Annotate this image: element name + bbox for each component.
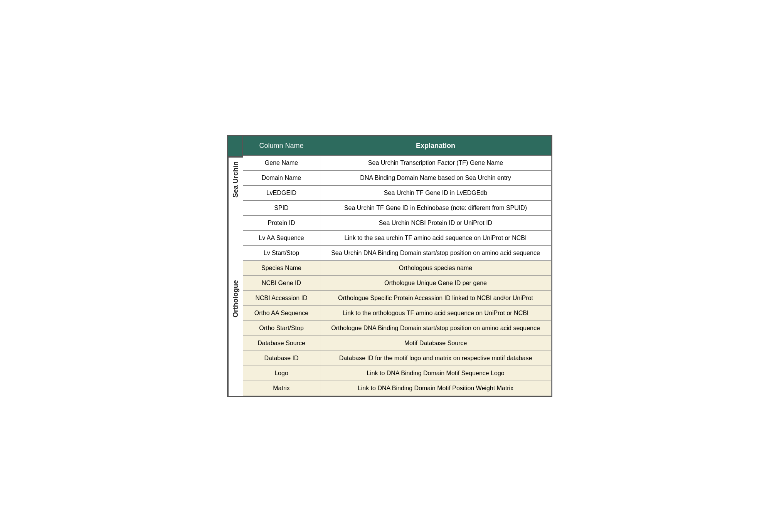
table-row: Species NameOrthologous species name	[243, 261, 551, 276]
table-row: NCBI Accession IDOrthologue Specific Pro…	[243, 291, 551, 306]
column-name-cell: Protein ID	[243, 216, 320, 231]
column-name-cell: Lv Start/Stop	[243, 246, 320, 261]
explanation-cell: DNA Binding Domain Name based on Sea Urc…	[320, 171, 551, 186]
column-name-cell: Matrix	[243, 381, 320, 396]
column-name-cell: Logo	[243, 366, 320, 381]
column-name-cell: SPID	[243, 201, 320, 216]
explanation-cell: Link to DNA Binding Domain Motif Positio…	[320, 381, 551, 396]
column-name-cell: Gene Name	[243, 156, 320, 171]
column-name-cell: Ortho Start/Stop	[243, 321, 320, 336]
table-row: Database SourceMotif Database Source	[243, 336, 551, 351]
column-name-cell: Ortho AA Sequence	[243, 306, 320, 321]
column-name-cell: NCBI Gene ID	[243, 276, 320, 291]
explanation-cell: Sea Urchin NCBI Protein ID or UniProt ID	[320, 216, 551, 231]
table-row: LogoLink to DNA Binding Domain Motif Seq…	[243, 366, 551, 381]
table-row: Domain NameDNA Binding Domain Name based…	[243, 171, 551, 186]
table-row: MatrixLink to DNA Binding Domain Motif P…	[243, 381, 551, 396]
sea-urchin-label: Sea Urchin	[228, 157, 243, 201]
table-row: Ortho Start/StopOrthologue DNA Binding D…	[243, 321, 551, 336]
table-row: Database IDDatabase ID for the motif log…	[243, 351, 551, 366]
column-name-cell: Database Source	[243, 336, 320, 351]
explanation-cell: Link to the orthologous TF amino acid se…	[320, 306, 551, 321]
explanation-cell: Link to the sea urchin TF amino acid seq…	[320, 231, 551, 246]
table-row: SPIDSea Urchin TF Gene ID in Echinobase …	[243, 201, 551, 216]
column-name-cell: LvEDGEID	[243, 186, 320, 201]
explanation-cell: Link to DNA Binding Domain Motif Sequenc…	[320, 366, 551, 381]
explanation-cell: Orthologue DNA Binding Domain start/stop…	[320, 321, 551, 336]
column-name-cell: Species Name	[243, 261, 320, 276]
column-name-cell: NCBI Accession ID	[243, 291, 320, 306]
explanation-cell: Motif Database Source	[320, 336, 551, 351]
table-row: Lv AA SequenceLink to the sea urchin TF …	[243, 231, 551, 246]
explanation-cell: Sea Urchin TF Gene ID in Echinobase (not…	[320, 201, 551, 216]
table-row: Protein IDSea Urchin NCBI Protein ID or …	[243, 216, 551, 231]
explanation-cell: Orthologous species name	[320, 261, 551, 276]
table-row: Gene NameSea Urchin Transcription Factor…	[243, 156, 551, 171]
column-name-cell: Lv AA Sequence	[243, 231, 320, 246]
explanation-cell: Database ID for the motif logo and matri…	[320, 351, 551, 366]
explanation-cell: Sea Urchin DNA Binding Domain start/stop…	[320, 246, 551, 261]
table-row: NCBI Gene IDOrthologue Unique Gene ID pe…	[243, 276, 551, 291]
side-labels: Sea Urchin Orthologue	[228, 136, 243, 396]
data-table: Column Name Explanation Gene NameSea Urc…	[243, 136, 552, 396]
explanation-cell: Sea Urchin TF Gene ID in LvEDGEdb	[320, 186, 551, 201]
main-wrapper: Sea Urchin Orthologue Column Name Explan…	[227, 135, 552, 397]
column-name-cell: Domain Name	[243, 171, 320, 186]
explanation-cell: Orthologue Specific Protein Accession ID…	[320, 291, 551, 306]
column-name-cell: Database ID	[243, 351, 320, 366]
column-name-header: Column Name	[243, 136, 320, 156]
table-row: Lv Start/StopSea Urchin DNA Binding Doma…	[243, 246, 551, 261]
orthologue-label: Orthologue	[228, 201, 243, 396]
explanation-cell: Sea Urchin Transcription Factor (TF) Gen…	[320, 156, 551, 171]
explanation-header: Explanation	[320, 136, 551, 156]
table-row: Ortho AA SequenceLink to the orthologous…	[243, 306, 551, 321]
explanation-cell: Orthologue Unique Gene ID per gene	[320, 276, 551, 291]
table-row: LvEDGEIDSea Urchin TF Gene ID in LvEDGEd…	[243, 186, 551, 201]
